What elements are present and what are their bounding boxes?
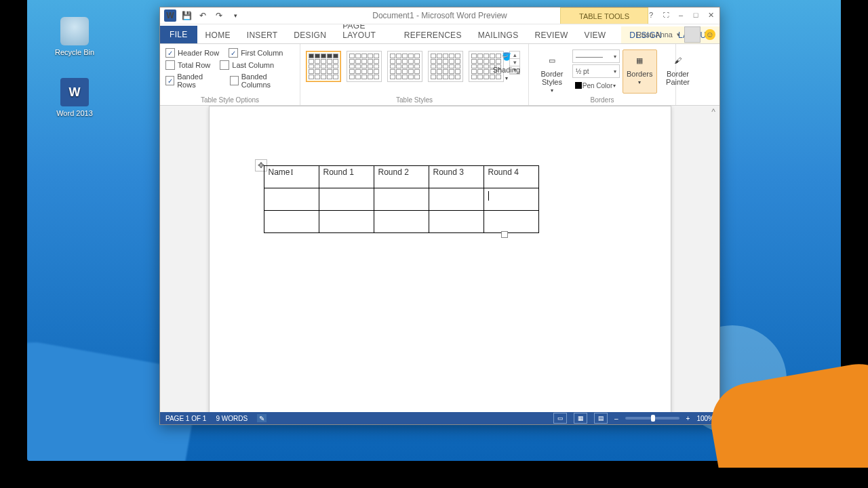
checkbox-icon: ✓: [165, 76, 174, 85]
web-layout-button[interactable]: ▤: [594, 413, 608, 424]
table-cell[interactable]: [264, 188, 319, 211]
undo-button[interactable]: ↶: [197, 9, 209, 22]
tab-insert[interactable]: INSERT: [239, 26, 286, 43]
checkbox-last_col[interactable]: Last Column: [220, 60, 274, 70]
line-style-dropdown[interactable]: ————▾: [572, 49, 620, 63]
checkbox-icon: [230, 76, 239, 85]
table-cell[interactable]: [429, 211, 484, 233]
group-label: Table Styles: [300, 96, 528, 104]
tab-review[interactable]: REVIEW: [526, 26, 576, 43]
table-cell[interactable]: NameI: [264, 166, 319, 188]
table-cell[interactable]: [374, 188, 429, 211]
checkbox-total_row[interactable]: Total Row: [165, 60, 210, 70]
checkbox-first_col[interactable]: ✓First Column: [229, 48, 283, 58]
quick-access-toolbar: W 💾 ↶ ↷ ▾: [160, 9, 245, 22]
spell-check-icon[interactable]: ✎: [257, 414, 267, 422]
document-area[interactable]: ^ ✥ NameIRound 1Round 2Round 3Round 4: [160, 106, 719, 412]
tab-mailings[interactable]: MAILINGS: [470, 26, 527, 43]
border-painter-button[interactable]: 🖌 Border Painter: [660, 49, 696, 94]
table-style-thumb[interactable]: [428, 51, 463, 82]
paintbrush-icon: 🖌: [670, 52, 686, 68]
dropdown-arrow-icon: ▾: [614, 68, 616, 75]
border-styles-button[interactable]: ▭ Border Styles ▾: [534, 49, 570, 94]
table-cell[interactable]: Round 3: [429, 166, 484, 188]
qat-customize-button[interactable]: ▾: [229, 9, 241, 22]
table-cell[interactable]: Round 4: [484, 166, 538, 188]
zoom-slider[interactable]: [625, 417, 679, 420]
group-table-styles: ▴▾▾ 🪣 Shading ▾ Table Styles: [300, 44, 529, 105]
border-styles-icon: ▭: [544, 52, 560, 68]
dropdown-arrow-icon: ▾: [551, 87, 553, 94]
table-cell[interactable]: [264, 211, 319, 233]
word-logo-icon[interactable]: W: [164, 9, 176, 22]
minimize-button[interactable]: –: [675, 9, 687, 20]
table-cell[interactable]: [484, 211, 538, 233]
print-layout-button[interactable]: ▦: [574, 413, 587, 424]
borders-button[interactable]: ▦ Borders ▾: [623, 49, 657, 94]
checkbox-label: Banded Rows: [177, 73, 220, 89]
checkbox-label: Header Row: [178, 49, 219, 57]
close-button[interactable]: ✕: [705, 9, 717, 20]
text-caret: [488, 191, 489, 201]
dropdown-arrow-icon: ▾: [614, 54, 616, 60]
user-name: Rosa Anna: [636, 30, 673, 39]
help-button[interactable]: ?: [645, 9, 657, 20]
table-style-thumb[interactable]: [347, 51, 382, 82]
user-area[interactable]: Rosa Anna ▾ ☺: [636, 25, 715, 44]
desktop-icon-recycle-bin[interactable]: Recycle Bin: [47, 17, 102, 56]
title-bar[interactable]: W 💾 ↶ ↷ ▾ Document1 - Microsoft Word Pre…: [160, 7, 719, 24]
avatar[interactable]: [684, 26, 701, 43]
checkbox-banded_rows[interactable]: ✓Banded Rows: [165, 73, 220, 89]
table-cell[interactable]: [484, 188, 538, 211]
table-cell[interactable]: Round 2: [374, 166, 429, 188]
tab-view[interactable]: VIEW: [576, 26, 614, 43]
document-table[interactable]: NameIRound 1Round 2Round 3Round 4: [264, 165, 539, 233]
shading-button[interactable]: 🪣 Shading ▾: [489, 45, 524, 81]
save-button[interactable]: 💾: [180, 9, 193, 22]
windows-desktop: Recycle Bin W Word 2013 W 💾 ↶ ↷ ▾ Docume…: [27, 0, 841, 461]
maximize-button[interactable]: □: [690, 9, 702, 20]
checkbox-icon: [165, 60, 175, 70]
checkbox-label: Banded Columns: [241, 73, 294, 89]
checkbox-banded_cols[interactable]: Banded Columns: [230, 73, 294, 89]
user-menu-arrow-icon: ▾: [677, 31, 680, 38]
checkbox-header_row[interactable]: ✓Header Row: [165, 48, 219, 58]
group-table-style-options: ✓Header Row✓First ColumnTotal RowLast Co…: [160, 44, 300, 105]
tab-home[interactable]: HOME: [197, 26, 239, 43]
tab-file[interactable]: FILE: [160, 26, 197, 43]
page[interactable]: ✥ NameIRound 1Round 2Round 3Round 4: [209, 106, 671, 412]
table-style-thumb[interactable]: [387, 51, 422, 82]
desktop-icon-word[interactable]: W Word 2013: [47, 78, 102, 117]
status-words[interactable]: 9 WORDS: [216, 415, 248, 422]
pen-color-dropdown[interactable]: Pen Color▾: [572, 79, 618, 92]
table-cell[interactable]: [429, 188, 484, 211]
word-icon: W: [60, 78, 89, 106]
button-label: Shading: [493, 66, 520, 74]
tab-references[interactable]: REFERENCES: [396, 26, 470, 43]
checkbox-icon: [220, 60, 229, 70]
feedback-smile-icon[interactable]: ☺: [705, 29, 715, 40]
zoom-in-button[interactable]: +: [686, 415, 690, 422]
status-page[interactable]: PAGE 1 OF 1: [165, 415, 206, 422]
table-cell[interactable]: Round 1: [319, 166, 374, 188]
redo-button[interactable]: ↷: [213, 9, 225, 22]
zoom-out-button[interactable]: –: [614, 415, 618, 422]
collapse-ribbon-button[interactable]: ^: [711, 107, 715, 117]
text-cursor-icon: I: [291, 167, 294, 177]
ribbon-display-options-button[interactable]: ⛶: [660, 9, 672, 20]
table-cell[interactable]: [374, 211, 429, 233]
word-application-window: W 💾 ↶ ↷ ▾ Document1 - Microsoft Word Pre…: [159, 7, 720, 425]
table-cell[interactable]: [319, 211, 374, 233]
line-weight-dropdown[interactable]: ½ pt▾: [572, 64, 620, 78]
tab-design[interactable]: DESIGN: [285, 26, 334, 43]
read-mode-button[interactable]: ▭: [553, 413, 567, 424]
desktop-icon-label: Recycle Bin: [47, 48, 102, 56]
button-label: Border Painter: [664, 70, 692, 86]
table-cell[interactable]: [319, 188, 374, 211]
borders-grid-icon: ▦: [631, 52, 648, 68]
dropdown-arrow-icon: ▾: [638, 79, 641, 85]
button-label: Border Styles: [538, 70, 566, 86]
checkbox-icon: ✓: [229, 48, 238, 58]
table-resize-handle[interactable]: [501, 231, 508, 238]
table-style-thumb[interactable]: [306, 51, 341, 82]
